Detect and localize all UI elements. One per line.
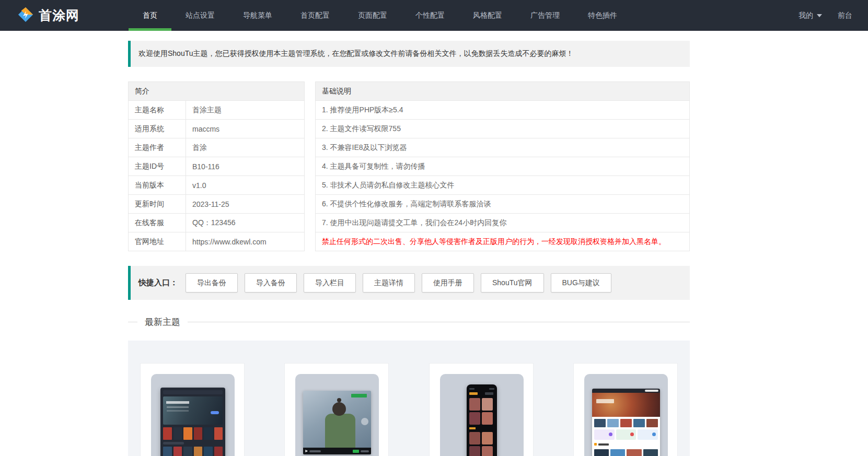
table-row: 主题ID号 B10-116 — [129, 157, 305, 176]
table-row: 更新时间 2023-11-25 — [129, 195, 305, 214]
top-navbar: 首涂网 首页 站点设置 导航菜单 首页配置 页面配置 个性配置 风格配置 广告管… — [0, 0, 868, 31]
nav-item[interactable]: 首页配置 — [286, 0, 344, 31]
theme-thumbnail — [151, 374, 235, 456]
latest-themes-panel — [128, 341, 690, 456]
row-label: 在线客服 — [129, 214, 186, 232]
front-site-link[interactable]: 前台 — [838, 11, 852, 20]
note-text: 7. 使用中出现问题请提交工单，我们会在24小时内回复你 — [316, 214, 690, 232]
user-menu[interactable]: 我的 — [798, 11, 822, 20]
row-value: v1.0 — [186, 176, 305, 195]
quick-entry-button[interactable]: 导出备份 — [186, 273, 238, 293]
theme-thumbnail — [584, 374, 668, 456]
row-label: 适用系统 — [129, 120, 186, 138]
intro-table-title: 简介 — [129, 82, 305, 101]
row-value: 首涂 — [186, 138, 305, 157]
row-label: 官网地址 — [129, 232, 186, 251]
warning-text: 禁止任何形式的二次出售、分享他人等侵害作者及正版用户的行为，一经发现取消授权资格… — [316, 232, 690, 251]
logo-icon — [18, 7, 33, 25]
note-text: 4. 主题具备可复制性，请勿传播 — [316, 157, 690, 176]
theme-card[interactable] — [429, 363, 534, 456]
table-row: 5. 非技术人员请勿私自修改主题核心文件 — [316, 176, 690, 195]
row-value: 2023-11-25 — [186, 195, 305, 214]
table-row: 在线客服 QQ：123456 — [129, 214, 305, 232]
table-row: 2. 主题文件读写权限755 — [316, 120, 690, 138]
theme-card[interactable] — [140, 363, 245, 456]
table-row: 4. 主题具备可复制性，请勿传播 — [316, 157, 690, 176]
quick-entry-button[interactable]: 主题详情 — [363, 273, 415, 293]
quick-entry-button[interactable]: BUG与建议 — [551, 273, 611, 293]
title-divider-left — [128, 322, 137, 322]
table-row: 1. 推荐使用PHP版本≥5.4 — [316, 101, 690, 120]
main-content: 欢迎使用ShouTu主题，您已获得授权使用本主题管理系统，在您配置或修改文件前请… — [128, 41, 690, 456]
nav-item[interactable]: 首页 — [129, 0, 171, 31]
nav-item[interactable]: 页面配置 — [344, 0, 401, 31]
nav-item[interactable]: 导航菜单 — [229, 0, 286, 31]
theme-thumbnail — [295, 374, 379, 456]
row-label: 当前版本 — [129, 176, 186, 195]
row-value: 首涂主题 — [186, 101, 305, 120]
nav-item[interactable]: 风格配置 — [459, 0, 516, 31]
table-row: 7. 使用中出现问题请提交工单，我们会在24小时内回复你 — [316, 214, 690, 232]
nav-item[interactable]: 广告管理 — [516, 0, 574, 31]
intro-table: 简介 主题名称 首涂主题 适用系统 maccms 主题作者 — [128, 81, 305, 251]
quick-entry-button[interactable]: 导入备份 — [245, 273, 297, 293]
table-row: 官网地址 https://www.dkewl.com — [129, 232, 305, 251]
notes-table: 基础说明 1. 推荐使用PHP版本≥5.4 2. 主题文件读写权限755 3. … — [315, 81, 690, 251]
theme-thumbnail — [440, 374, 524, 456]
quick-entry-label: 快捷入口： — [138, 278, 178, 288]
section-title-text: 最新主题 — [142, 316, 183, 328]
nav-item[interactable]: 特色插件 — [574, 0, 631, 31]
row-label: 主题名称 — [129, 101, 186, 120]
note-text: 5. 非技术人员请勿私自修改主题核心文件 — [316, 176, 690, 195]
table-row: 主题名称 首涂主题 — [129, 101, 305, 120]
theme-card[interactable] — [573, 363, 678, 456]
theme-card[interactable] — [284, 363, 389, 456]
note-text: 2. 主题文件读写权限755 — [316, 120, 690, 138]
title-divider-right — [188, 322, 690, 322]
table-row: 适用系统 maccms — [129, 120, 305, 138]
row-value: QQ：123456 — [186, 214, 305, 232]
table-row: 主题作者 首涂 — [129, 138, 305, 157]
page: 首涂网 首页 站点设置 导航菜单 首页配置 页面配置 个性配置 风格配置 广告管… — [0, 0, 868, 456]
row-value: https://www.dkewl.com — [186, 232, 305, 251]
quick-entry-button[interactable]: ShouTu官网 — [481, 273, 544, 293]
note-text: 6. 不提供个性化修改服务，高端定制请联系客服洽谈 — [316, 195, 690, 214]
row-label: 主题ID号 — [129, 157, 186, 176]
note-text: 1. 推荐使用PHP版本≥5.4 — [316, 101, 690, 120]
row-label: 更新时间 — [129, 195, 186, 214]
info-tables: 简介 主题名称 首涂主题 适用系统 maccms 主题作者 — [128, 81, 690, 251]
user-menu-label: 我的 — [798, 11, 813, 20]
latest-themes-header: 最新主题 — [128, 316, 690, 328]
row-label: 主题作者 — [129, 138, 186, 157]
chevron-down-icon — [817, 14, 822, 17]
row-value: maccms — [186, 120, 305, 138]
table-row: 6. 不提供个性化修改服务，高端定制请联系客服洽谈 — [316, 195, 690, 214]
warning-row: 禁止任何形式的二次出售、分享他人等侵害作者及正版用户的行为，一经发现取消授权资格… — [316, 232, 690, 251]
nav-item[interactable]: 站点设置 — [171, 0, 229, 31]
table-row: 当前版本 v1.0 — [129, 176, 305, 195]
nav-item[interactable]: 个性配置 — [401, 0, 459, 31]
notes-table-title: 基础说明 — [316, 82, 690, 101]
quick-entry-button[interactable]: 导入栏目 — [304, 273, 356, 293]
quick-entry-button[interactable]: 使用手册 — [422, 273, 474, 293]
note-text: 3. 不兼容IE8及以下浏览器 — [316, 138, 690, 157]
main-nav: 首页 站点设置 导航菜单 首页配置 页面配置 个性配置 风格配置 广告管理 特色… — [129, 0, 631, 31]
table-row: 3. 不兼容IE8及以下浏览器 — [316, 138, 690, 157]
welcome-notice: 欢迎使用ShouTu主题，您已获得授权使用本主题管理系统，在您配置或修改文件前请… — [128, 41, 690, 67]
logo-text: 首涂网 — [39, 7, 79, 24]
site-logo[interactable]: 首涂网 — [18, 7, 129, 25]
row-value: B10-116 — [186, 157, 305, 176]
quick-entry-bar: 快捷入口： 导出备份 导入备份 导入栏目 主题详情 使用手册 ShouTu官网 … — [128, 266, 690, 300]
